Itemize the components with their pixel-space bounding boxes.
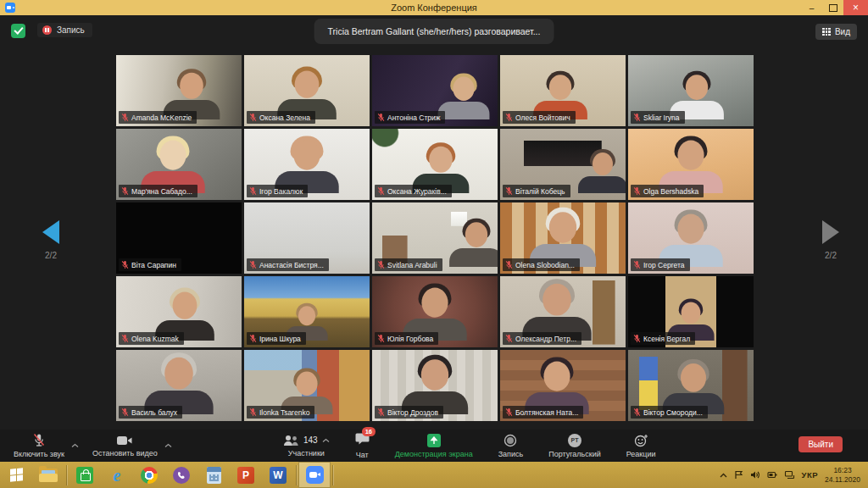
taskbar-viber[interactable] (165, 462, 198, 488)
participant-tile[interactable]: Віта Сарапин (116, 202, 242, 274)
participant-tile[interactable]: Оксана Жураків... (372, 129, 498, 200)
chat-button[interactable]: 16 Чат (353, 430, 371, 462)
participant-tile[interactable]: Олеся Войтович (500, 55, 626, 126)
participant-name: Антоніна Стриж (387, 114, 440, 122)
taskbar-zoom-active[interactable] (298, 462, 331, 488)
interpretation-label: Португальский (548, 450, 601, 458)
network-icon[interactable] (784, 470, 795, 480)
maximize-button[interactable] (822, 0, 843, 15)
participant-tile[interactable]: Антоніна Стриж (372, 55, 498, 126)
mic-muted-icon (633, 408, 641, 417)
participant-tile[interactable]: Олександр Петр... (500, 276, 626, 347)
participants-icon (283, 435, 299, 446)
recording-indicator[interactable]: Запись (37, 23, 92, 37)
action-center-flag-icon[interactable] (734, 470, 743, 480)
participant-name: Amanda McKenzie (131, 114, 192, 122)
record-button[interactable]: Запись (497, 430, 526, 462)
participant-tile[interactable]: Ігор Сергета (628, 202, 754, 274)
share-screen-button[interactable]: Демонстрация экрана (393, 430, 475, 462)
recording-pause-icon (42, 25, 52, 35)
participant-name-tag: Olga Bershadska (631, 185, 704, 197)
participant-silhouette (447, 219, 498, 267)
gallery-grid: Amanda McKenzieОксана ЗеленаАнтоніна Стр… (116, 55, 754, 421)
unmute-button[interactable]: Включить звук (12, 430, 66, 462)
word-icon: W (270, 467, 287, 484)
participant-tile[interactable]: Юлія Горбова (372, 276, 498, 347)
participant-name: Юлія Горбова (387, 335, 433, 343)
participant-name: Василь балух (131, 408, 177, 417)
participant-tile[interactable]: Olena Kuzmak (116, 276, 242, 347)
stop-video-button[interactable]: Остановить видео (91, 430, 159, 462)
participant-name-tag: Мар'яна Сабадо... (119, 185, 198, 197)
participant-name: Болтянская Ната... (515, 408, 578, 417)
participant-name: Віктор Дроздов (387, 408, 438, 417)
participants-caret-icon[interactable] (322, 438, 330, 443)
reactions-button[interactable]: Реакции (625, 430, 658, 462)
view-button[interactable]: Вид (815, 24, 857, 40)
participant-tile[interactable]: Віктор Смороди... (628, 350, 754, 421)
page-indicator: 2/2 (814, 251, 848, 260)
video-options-caret-icon[interactable] (164, 443, 172, 448)
minimize-button[interactable]: – (801, 0, 822, 15)
participant-tile[interactable]: Olga Bershadska (628, 129, 754, 200)
participant-tile[interactable]: Skliar Iryna (628, 55, 754, 126)
participant-tile[interactable]: Анастасія Бистря... (244, 202, 370, 274)
participants-button[interactable]: 143 Участники (281, 430, 331, 462)
participant-name: Віталій Кобець (515, 187, 565, 196)
close-button[interactable]: × (843, 0, 868, 15)
participant-tile[interactable]: Svitlana Arabuli (372, 202, 498, 274)
taskbar-separator (332, 465, 333, 485)
participant-tile[interactable]: Ilonka Tsarenko (244, 350, 370, 421)
participant-name: Віта Сарапин (131, 261, 176, 269)
gallery-prev-page[interactable]: 2/2 (34, 220, 68, 260)
mic-muted-icon (633, 113, 641, 122)
participant-name-tag: Оксана Зелена (247, 111, 315, 124)
participant-tile[interactable]: Мар'яна Сабадо... (116, 129, 242, 200)
mic-muted-icon (121, 334, 129, 343)
participant-name-tag: Amanda McKenzie (119, 111, 197, 124)
taskbar-file-explorer[interactable] (32, 462, 64, 488)
taskbar-powerpoint[interactable]: P (230, 462, 262, 488)
security-shield-icon[interactable] (11, 24, 25, 38)
participant-tile[interactable]: Болтянская Ната... (500, 350, 626, 421)
participant-tile[interactable]: Amanda McKenzie (116, 55, 242, 126)
gallery-next-page[interactable]: 2/2 (814, 220, 848, 260)
battery-icon[interactable] (767, 470, 777, 480)
participant-tile[interactable]: Віктор Дроздов (372, 350, 498, 421)
windows-logo-icon (10, 468, 23, 482)
tray-show-hidden-icons[interactable] (720, 473, 727, 478)
audio-options-caret-icon[interactable] (71, 443, 79, 448)
calculator-icon (207, 467, 221, 484)
taskbar-store[interactable] (69, 462, 101, 488)
taskbar-internet-explorer[interactable]: e (101, 462, 133, 488)
participant-name-tag: Олександр Петр... (503, 332, 581, 345)
participant-tile[interactable]: Ігор Вакалюк (244, 129, 370, 200)
meeting-toolbar: Включить звук Остановить видео (0, 430, 868, 462)
start-button[interactable] (0, 462, 32, 488)
interpretation-button[interactable]: PT Португальский (547, 430, 603, 462)
taskbar-word[interactable]: W (262, 462, 294, 488)
participant-tile[interactable]: Ксенія Вергал (628, 276, 754, 347)
share-screen-label: Демонстрация экрана (395, 450, 473, 458)
language-indicator[interactable]: УКР (802, 470, 819, 480)
volume-icon[interactable] (750, 470, 760, 480)
window-title: Zoom Конференция (0, 0, 868, 15)
mic-muted-icon (32, 433, 46, 447)
mic-muted-icon (377, 113, 385, 122)
taskbar-calculator[interactable] (198, 462, 230, 488)
participant-tile[interactable]: Оксана Зелена (244, 55, 370, 126)
taskbar-chrome[interactable] (133, 462, 165, 488)
participant-name: Ilonka Tsarenko (259, 408, 309, 417)
mic-muted-icon (249, 334, 257, 343)
clock[interactable]: 16:23 24.11.2020 (825, 466, 860, 484)
participant-tile[interactable]: Ірина Шкура (244, 276, 370, 347)
participant-name: Мар'яна Сабадо... (131, 187, 192, 196)
participant-tile[interactable]: Василь балух (116, 350, 242, 421)
participant-name-tag: Антоніна Стриж (375, 111, 445, 124)
leave-meeting-button[interactable]: Выйти (798, 436, 843, 452)
participant-tile[interactable]: Віталій Кобець (500, 129, 626, 200)
participant-name-tag: Юлія Горбова (375, 332, 438, 345)
participant-tile[interactable]: Olena Slobodian... (500, 202, 626, 274)
mic-muted-icon (121, 186, 129, 196)
participant-name: Olga Bershadska (643, 187, 698, 196)
